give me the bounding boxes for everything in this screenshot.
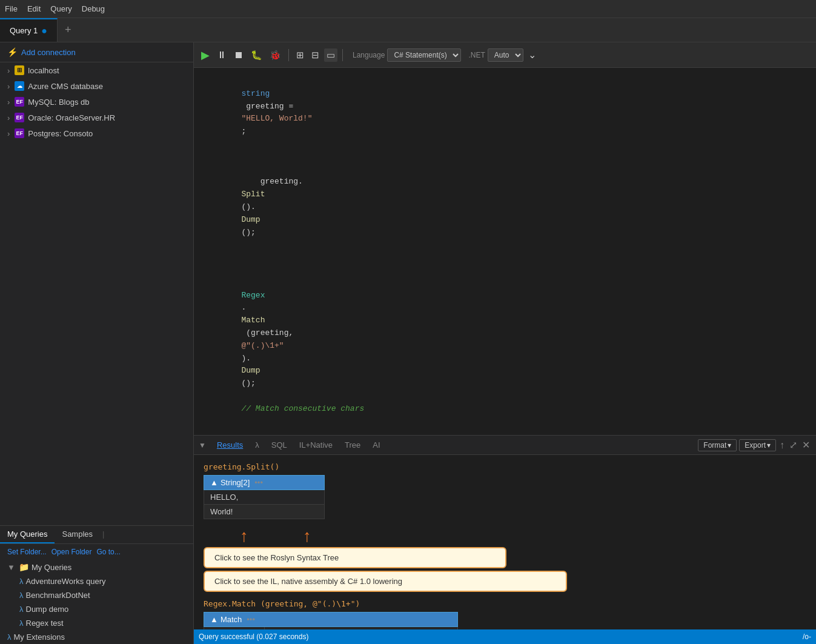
- grid-view1-button[interactable]: ⊞: [294, 48, 307, 62]
- results-tab-tree[interactable]: Tree: [341, 439, 364, 451]
- lambda-icon-3: λ: [19, 605, 24, 614]
- status-bar: Query successful (0.027 seconds) /o-: [194, 629, 816, 644]
- language-select[interactable]: C# Statement(s): [387, 48, 461, 62]
- debug-bug1-button[interactable]: 🐛: [248, 48, 265, 62]
- split-row-2: World!: [204, 505, 325, 519]
- debug-bug2-button[interactable]: 🐞: [267, 48, 284, 62]
- server-icon: ⊞: [15, 65, 24, 75]
- stop-button[interactable]: ⏹: [231, 48, 246, 62]
- my-queries-tabs: My Queries Samples |: [0, 526, 193, 544]
- ef-icon-3: EF: [15, 128, 24, 138]
- split-table-header[interactable]: ▲ String[2] •••: [204, 476, 325, 490]
- results-tab-lambda[interactable]: λ: [251, 439, 263, 451]
- net-select[interactable]: Auto: [488, 48, 523, 62]
- query-dump-demo[interactable]: λ Dump demo: [0, 602, 193, 616]
- results-tab-ilnative[interactable]: IL+Native: [296, 439, 336, 451]
- panel-button[interactable]: ▭: [324, 48, 337, 62]
- code-regex-type: Regex: [241, 291, 265, 300]
- connection-localhost[interactable]: › ⊞ localhost: [0, 62, 193, 78]
- results-tab-ai[interactable]: AI: [369, 439, 383, 451]
- connection-azure[interactable]: › ☁ Azure CMS database: [0, 78, 193, 94]
- close-results-button[interactable]: ✕: [801, 438, 811, 452]
- tab-query1[interactable]: Query 1 ●: [0, 18, 58, 42]
- lambda-icon-2: λ: [19, 591, 24, 600]
- result-table-regex: ▲ Match ••• LL: [204, 612, 458, 629]
- format-button[interactable]: Format ▾: [698, 439, 737, 451]
- code-string-value: "HELLO, World!": [241, 114, 312, 123]
- expand-up-button[interactable]: ↑: [778, 439, 786, 452]
- my-extensions-item[interactable]: λ My Extensions: [0, 630, 193, 644]
- tab-my-queries[interactable]: My Queries: [0, 526, 55, 543]
- folder-my-queries[interactable]: ▼ 📁 My Queries: [0, 560, 193, 574]
- collapse-results-button[interactable]: ▼: [199, 441, 206, 450]
- callout-il: Click to see the IL, native assembly & C…: [204, 571, 567, 592]
- export-label: Export: [745, 441, 766, 450]
- result-block-split: greeting.Split() ▲ String[2] •••: [204, 462, 806, 519]
- toolbar-separator-1: [288, 49, 289, 61]
- format-chevron-icon: ▾: [728, 441, 731, 450]
- code-dot: .: [241, 303, 246, 312]
- run-button[interactable]: ▶: [199, 47, 212, 63]
- results-tab-sql[interactable]: SQL: [268, 439, 291, 451]
- code-match-method: Match: [241, 316, 265, 325]
- query-benchmark[interactable]: λ BenchmarkDotNet: [0, 588, 193, 602]
- split-header-dots[interactable]: •••: [254, 478, 263, 487]
- code-comment: // Match consecutive chars: [241, 404, 364, 413]
- query-regex-test[interactable]: λ Regex test: [0, 616, 193, 630]
- menu-query[interactable]: Query: [50, 4, 71, 13]
- add-connection-button[interactable]: ⚡ Add connection: [0, 42, 193, 62]
- code-match-args: (greeting,: [241, 328, 298, 337]
- tab-add-button[interactable]: +: [58, 24, 79, 36]
- more-options-button[interactable]: ⌄: [526, 48, 539, 62]
- tab-samples[interactable]: Samples: [55, 526, 100, 543]
- open-folder-button[interactable]: Open Folder: [51, 548, 92, 556]
- connection-postgres-label: Postgres: Consoto: [28, 129, 93, 138]
- go-to-button[interactable]: Go to...: [96, 548, 120, 556]
- code-regex-pattern: @"(.)\1+": [241, 341, 284, 350]
- tab-query1-label: Query 1: [10, 26, 38, 35]
- menu-file[interactable]: File: [5, 4, 18, 13]
- export-button[interactable]: Export ▾: [739, 439, 776, 451]
- fullscreen-button[interactable]: ⤢: [788, 438, 798, 452]
- code-split-call: ().: [241, 202, 255, 211]
- lambda-icon-1: λ: [19, 577, 24, 586]
- status-text: Query successful (0.027 seconds): [199, 632, 308, 641]
- results-actions: Format ▾ Export ▾ ↑ ⤢ ✕: [698, 438, 811, 452]
- code-line-1: string greeting = "HELLO, World!" ;: [204, 75, 806, 151]
- my-extensions-label: My Extensions: [14, 632, 65, 642]
- grid-view2-button[interactable]: ⊟: [309, 48, 322, 62]
- results-tab-results[interactable]: Results: [213, 439, 247, 451]
- code-dump-call-2: ();: [241, 379, 255, 388]
- menu-debug[interactable]: Debug: [82, 4, 105, 13]
- code-indent: [241, 278, 260, 287]
- results-area: ▼ Results λ SQL IL+Native Tree AI Format…: [194, 436, 816, 629]
- up-arrow-1: ↑: [240, 526, 248, 546]
- plug-icon: ⚡: [7, 47, 18, 57]
- arrows-row: ↑ ↑: [204, 526, 806, 546]
- add-connection-label: Add connection: [21, 48, 76, 57]
- query-adventureworks[interactable]: λ AdventureWorks query: [0, 574, 193, 588]
- connection-mysql[interactable]: › EF MySQL: Blogs db: [0, 94, 193, 110]
- tab-query1-dot: ●: [41, 25, 47, 36]
- connection-postgres[interactable]: › EF Postgres: Consoto: [0, 125, 193, 141]
- main-layout: ⚡ Add connection › ⊞ localhost › ☁ Azure…: [0, 42, 816, 644]
- table-row: LL: [204, 627, 458, 629]
- menu-edit[interactable]: Edit: [27, 4, 41, 13]
- row-ll-value: LL: [265, 627, 458, 629]
- match-header-dots[interactable]: •••: [247, 615, 255, 624]
- code-dump-method-1: Dump: [241, 215, 260, 224]
- code-line-3: greeting. Split (). Dump ();: [204, 164, 806, 252]
- pause-button[interactable]: ⏸: [214, 48, 229, 62]
- header-string-label: String[2]: [221, 478, 250, 487]
- callout-roslyn-text: Click to see the Roslyn Syntax Tree: [214, 553, 339, 562]
- content-area: ▶ ⏸ ⏹ 🐛 🐞 ⊞ ⊟ ▭ Language C# Statement(s)…: [194, 42, 816, 644]
- regex-table-header[interactable]: ▲ Match •••: [204, 612, 458, 627]
- sort-asc-icon: ▲: [210, 478, 218, 487]
- connection-oracle[interactable]: › EF Oracle: OracleServer.HR: [0, 110, 193, 125]
- set-folder-button[interactable]: Set Folder...: [7, 548, 47, 556]
- code-line-2: [204, 151, 806, 164]
- folder-icon: 📁: [19, 562, 29, 572]
- callout-il-text: Click to see the IL, native assembly & C…: [214, 577, 402, 586]
- code-editor[interactable]: string greeting = "HELLO, World!" ; gree…: [194, 68, 816, 436]
- connection-oracle-label: Oracle: OracleServer.HR: [28, 113, 115, 122]
